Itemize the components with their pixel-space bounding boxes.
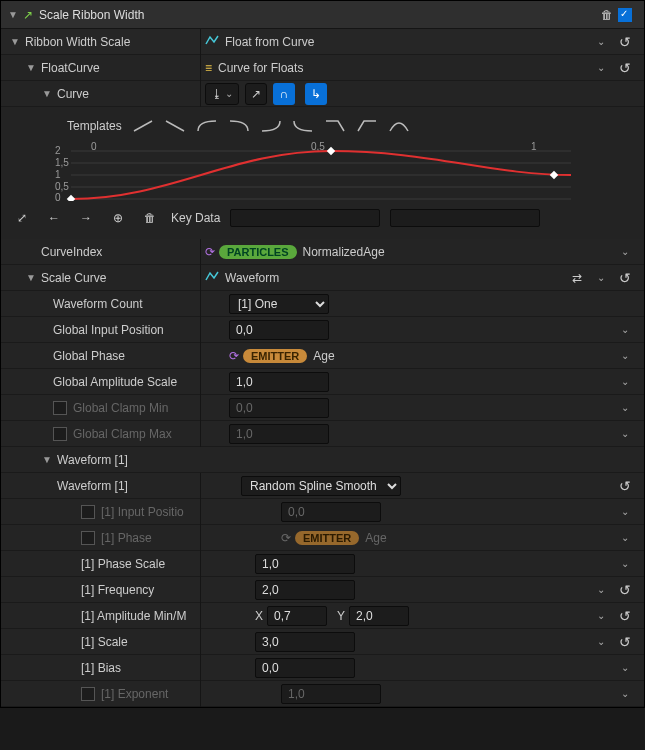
curve-graph[interactable]: 2 1,5 1 0,5 0 0 0,5 1 <box>11 141 634 201</box>
link-icon: ⟳ <box>229 349 239 363</box>
scale-label: [1] Scale <box>81 635 128 649</box>
curve-type-icon <box>205 34 219 49</box>
waveform1-type-select[interactable]: Random Spline Smooth <box>241 476 401 496</box>
enabled-checkbox[interactable] <box>618 8 632 22</box>
input-position-input[interactable] <box>281 502 381 522</box>
template-linear-up[interactable] <box>132 119 154 133</box>
delete-button[interactable]: 🗑 <box>596 4 618 26</box>
particles-tag[interactable]: PARTICLES <box>219 245 297 259</box>
dropdown-button[interactable]: ⌄ <box>590 31 612 53</box>
global-input-position-input[interactable] <box>229 320 329 340</box>
key-data-input-2[interactable] <box>390 209 540 227</box>
dropdown-button[interactable]: ⌄ <box>590 267 612 289</box>
frequency-input[interactable] <box>255 580 355 600</box>
svg-text:1: 1 <box>531 141 537 152</box>
next-key-button[interactable]: → <box>75 207 97 229</box>
link-icon: ⟳ <box>205 245 215 259</box>
reset-button[interactable]: ↺ <box>614 631 636 653</box>
expander-scalecurve[interactable]: ▼ <box>25 272 37 283</box>
global-clamp-max-input[interactable] <box>229 424 329 444</box>
reset-button[interactable]: ↺ <box>614 605 636 627</box>
template-ease-out-rev[interactable] <box>292 119 314 133</box>
dropdown-button[interactable]: ⌄ <box>614 319 636 341</box>
reset-button[interactable]: ↺ <box>614 57 636 79</box>
exponent-checkbox[interactable] <box>81 687 95 701</box>
open-external-button[interactable]: ↗ <box>245 83 267 105</box>
dropdown-button[interactable]: ⌄ <box>614 371 636 393</box>
tangent-auto-button[interactable]: ∩ <box>273 83 295 105</box>
curve-editor[interactable]: Templates 2 1,5 1 <box>1 107 644 239</box>
delete-key-button[interactable]: 🗑 <box>139 207 161 229</box>
dropdown-button[interactable]: ⌄ <box>614 683 636 705</box>
add-key-button[interactable]: ⊕ <box>107 207 129 229</box>
import-curve-button[interactable]: ⭳ ⌄ <box>205 83 239 105</box>
global-input-position-label: Global Input Position <box>53 323 164 337</box>
expander-module[interactable]: ▼ <box>7 9 19 20</box>
phase-scale-label: [1] Phase Scale <box>81 557 165 571</box>
key-data-input-1[interactable] <box>230 209 380 227</box>
prev-key-button[interactable]: ← <box>43 207 65 229</box>
dropdown-button[interactable]: ⌄ <box>614 423 636 445</box>
ribbon-width-scale-value: Float from Curve <box>225 35 314 49</box>
emitter-tag[interactable]: EMITTER <box>295 531 359 545</box>
reset-button[interactable]: ↺ <box>614 31 636 53</box>
template-ease-in[interactable] <box>228 119 250 133</box>
input-position-checkbox[interactable] <box>81 505 95 519</box>
emitter-tag[interactable]: EMITTER <box>243 349 307 363</box>
dropdown-button[interactable]: ⌄ <box>614 501 636 523</box>
global-clamp-min-input[interactable] <box>229 398 329 418</box>
dropdown-button[interactable]: ⌄ <box>614 527 636 549</box>
svg-rect-17 <box>550 171 558 179</box>
reset-button[interactable]: ↺ <box>614 267 636 289</box>
templates-label: Templates <box>11 119 122 133</box>
dropdown-button[interactable]: ⌄ <box>614 657 636 679</box>
module-header: ▼ ↗ Scale Ribbon Width 🗑 <box>1 1 644 29</box>
amplitude-y-input[interactable] <box>349 606 409 626</box>
scalecurve-label: Scale Curve <box>41 271 106 285</box>
global-amplitude-label: Global Amplitude Scale <box>53 375 177 389</box>
tangent-linear-button[interactable]: ↳ <box>305 83 327 105</box>
expander-curve[interactable]: ▼ <box>41 88 53 99</box>
reset-button[interactable]: ↺ <box>614 475 636 497</box>
fit-button[interactable]: ⤢ <box>11 207 33 229</box>
bias-input[interactable] <box>255 658 355 678</box>
global-clamp-min-checkbox[interactable] <box>53 401 67 415</box>
svg-text:0: 0 <box>91 141 97 152</box>
dropdown-button[interactable]: ⌄ <box>590 631 612 653</box>
waveform-icon <box>205 270 219 285</box>
global-amplitude-input[interactable] <box>229 372 329 392</box>
scalecurve-value: Waveform <box>225 271 279 285</box>
expander-floatcurve[interactable]: ▼ <box>25 62 37 73</box>
reset-button[interactable]: ↺ <box>614 579 636 601</box>
global-clamp-max-checkbox[interactable] <box>53 427 67 441</box>
curve-label: Curve <box>57 87 89 101</box>
template-ease-out[interactable] <box>196 119 218 133</box>
shuffle-button[interactable]: ⇄ <box>566 267 588 289</box>
svg-text:1,5: 1,5 <box>55 157 69 168</box>
template-flat-down[interactable] <box>324 119 346 133</box>
template-bell[interactable] <box>388 119 410 133</box>
global-phase-label: Global Phase <box>53 349 125 363</box>
dropdown-button[interactable]: ⌄ <box>614 553 636 575</box>
dropdown-button[interactable]: ⌄ <box>590 579 612 601</box>
dropdown-button[interactable]: ⌄ <box>614 345 636 367</box>
scale-input[interactable] <box>255 632 355 652</box>
template-flat-up[interactable] <box>356 119 378 133</box>
template-ease-in-rev[interactable] <box>260 119 282 133</box>
dropdown-button[interactable]: ⌄ <box>590 605 612 627</box>
ribbon-width-scale-label: Ribbon Width Scale <box>25 35 130 49</box>
phase-checkbox[interactable] <box>81 531 95 545</box>
dropdown-button[interactable]: ⌄ <box>614 241 636 263</box>
expander-ribbon-width[interactable]: ▼ <box>9 36 21 47</box>
svg-text:0,5: 0,5 <box>55 181 69 192</box>
waveform-count-select[interactable]: [1] One <box>229 294 329 314</box>
dropdown-button[interactable]: ⌄ <box>590 57 612 79</box>
key-data-label: Key Data <box>171 211 220 225</box>
exponent-input[interactable] <box>281 684 381 704</box>
frequency-label: [1] Frequency <box>81 583 154 597</box>
template-linear-down[interactable] <box>164 119 186 133</box>
amplitude-x-input[interactable] <box>267 606 327 626</box>
dropdown-button[interactable]: ⌄ <box>614 397 636 419</box>
expander-waveform1[interactable]: ▼ <box>41 454 53 465</box>
phase-scale-input[interactable] <box>255 554 355 574</box>
